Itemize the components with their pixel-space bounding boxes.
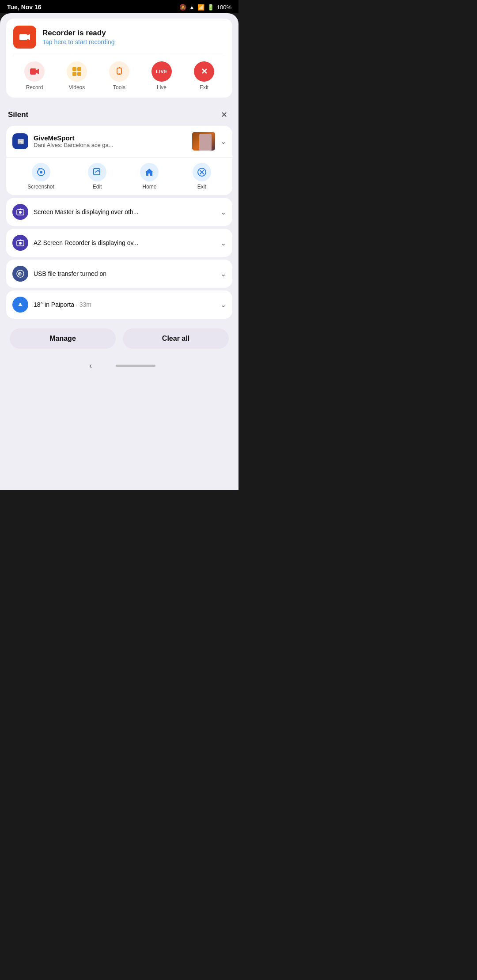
recorder-subtitle: Tap here to start recording [42,38,114,45]
svg-line-17 [95,170,98,172]
weather-chevron[interactable]: ⌄ [220,301,226,309]
record-label: Record [26,84,43,90]
weather-text: 18° in Paiporta · 33m [34,301,215,308]
svg-point-9 [118,73,120,75]
svg-marker-19 [145,169,153,176]
givemesport-icon: 📰 [12,133,28,149]
live-label: Live [157,84,167,90]
edit-action[interactable]: Edit [88,163,106,190]
screenshot-icon [32,163,50,181]
svg-rect-4 [72,67,76,71]
exit-notif-action[interactable]: Exit [193,163,211,190]
svg-point-28 [19,242,22,245]
bottom-actions: Manage Clear all [6,321,232,354]
givemesport-title: GiveMeSport [34,134,187,142]
weather-icon [12,297,28,313]
clear-all-button[interactable]: Clear all [123,328,229,349]
azrecorder-text: AZ Screen Recorder is displaying ov... [34,239,215,246]
svg-text:📰: 📰 [17,138,25,145]
videos-icon [67,61,87,82]
svg-point-25 [19,211,22,214]
recorder-card[interactable]: Recorder is ready Tap here to start reco… [6,19,232,98]
azrecorder-notif[interactable]: AZ Screen Recorder is displaying ov... ⌄ [6,229,232,257]
silent-header: Silent ✕ [6,102,232,126]
svg-rect-0 [19,34,27,40]
mute-icon: 🔕 [179,4,186,11]
usb-text: USB file transfer turned on [34,270,215,277]
nav-bar: ‹ [6,354,232,382]
svg-rect-6 [72,72,76,76]
recorder-actions: Record Videos [13,55,225,90]
givemesport-card[interactable]: 📰 GiveMeSport Dani Alves: Barcelona ace … [6,126,232,195]
svg-marker-27 [19,239,22,241]
svg-rect-8 [117,68,121,74]
givemesport-body: Dani Alves: Barcelona ace ga... [34,142,187,148]
live-icon: LIVE [151,61,172,82]
record-action[interactable]: Record [24,61,45,90]
home-label: Home [142,184,156,190]
silent-label: Silent [8,110,28,119]
tools-label: Tools [113,84,125,90]
back-button[interactable]: ‹ [83,358,98,373]
home-icon [140,163,159,181]
svg-rect-5 [77,67,81,71]
battery-icon: 🔋 [207,4,214,11]
record-icon [24,61,45,82]
givemesport-row[interactable]: 📰 GiveMeSport Dani Alves: Barcelona ace … [6,126,232,157]
exit-recorder-icon: ✕ [194,61,214,82]
givemesport-chevron[interactable]: ⌄ [220,137,226,146]
screenmaster-text: Screen Master is displaying over oth... [34,208,215,215]
home-pill[interactable] [116,365,155,367]
recorder-header[interactable]: Recorder is ready Tap here to start reco… [13,26,225,55]
recorder-app-icon [13,26,36,49]
givemesport-content: GiveMeSport Dani Alves: Barcelona ace ga… [34,134,187,148]
recorder-text: Recorder is ready Tap here to start reco… [42,29,114,45]
screenshot-action[interactable]: Screenshot [27,163,54,190]
givemesport-thumbnail [192,132,215,151]
recorder-title: Recorder is ready [42,29,114,38]
home-action[interactable]: Home [140,163,159,190]
svg-rect-2 [30,68,36,75]
svg-rect-15 [38,168,40,169]
screenmaster-icon [12,204,28,220]
weather-notif[interactable]: 18° in Paiporta · 33m ⌄ [6,290,232,319]
usb-chevron[interactable]: ⌄ [220,270,226,278]
thumbnail-image [192,132,215,151]
svg-rect-7 [77,72,81,76]
close-silent-button[interactable]: ✕ [217,108,231,121]
svg-marker-24 [19,208,22,210]
tools-icon [109,61,129,82]
azrecorder-icon [12,235,28,251]
screenshot-label: Screenshot [27,184,54,190]
notification-area: Recorder is ready Tap here to start reco… [0,13,238,490]
svg-marker-3 [36,69,39,74]
videos-label: Videos [69,84,85,90]
usb-icon: ⊕ [12,266,28,282]
exit-notif-icon [193,163,211,181]
videos-action[interactable]: Videos [67,61,87,90]
edit-icon [88,163,106,181]
screenmaster-chevron[interactable]: ⌄ [220,208,226,216]
exit-notif-label: Exit [197,184,206,190]
exit-recorder-label: Exit [200,84,208,90]
manage-button[interactable]: Manage [10,328,116,349]
svg-line-18 [98,170,99,171]
screenmaster-notif[interactable]: Screen Master is displaying over oth... … [6,198,232,226]
azrecorder-chevron[interactable]: ⌄ [220,239,226,247]
svg-text:⊕: ⊕ [18,271,22,276]
svg-point-14 [40,171,42,173]
live-action[interactable]: LIVE Live [151,61,172,90]
givemesport-sub-actions: Screenshot Edit Home [6,157,232,195]
exit-recorder-action[interactable]: ✕ Exit [194,61,214,90]
thumbnail-figure [199,134,212,151]
signal-icon: 📶 [197,4,204,11]
svg-marker-1 [27,34,30,40]
status-icons: 🔕 ▲ 📶 🔋 100% [179,4,231,11]
edit-label: Edit [93,184,102,190]
usb-notif[interactable]: ⊕ USB file transfer turned on ⌄ [6,260,232,288]
status-bar: Tue, Nov 16 🔕 ▲ 📶 🔋 100% [0,0,238,13]
tools-action[interactable]: Tools [109,61,129,90]
status-time: Tue, Nov 16 [7,4,42,11]
wifi-icon: ▲ [189,4,195,11]
svg-point-32 [19,303,21,305]
